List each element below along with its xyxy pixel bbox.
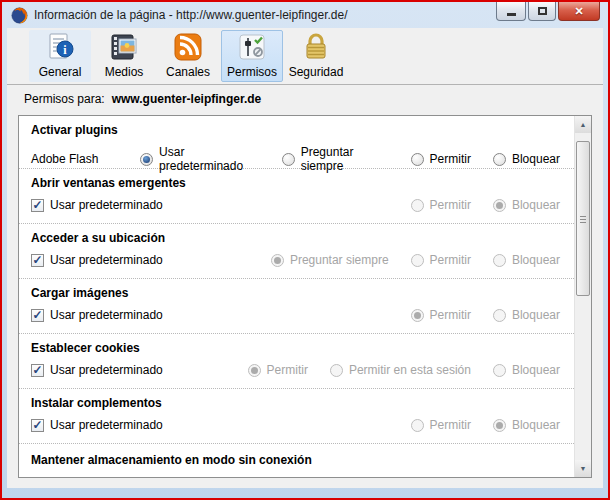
- radio-permitir: [411, 309, 424, 322]
- permission-section-establecer-cookies: Establecer cookies✓Usar predeterminadoPe…: [19, 334, 574, 389]
- permissions-for-label: Permisos para:: [24, 92, 105, 106]
- scrollbar-track[interactable]: [575, 133, 591, 460]
- radio-label: Bloquear: [512, 198, 560, 212]
- radio-label: Permitir: [430, 308, 471, 322]
- minimize-button[interactable]: [496, 2, 526, 21]
- tab-canales[interactable]: Canales: [157, 30, 219, 82]
- option-preguntar-siempre: Preguntar siempre: [271, 253, 389, 267]
- use-default-checkbox[interactable]: ✓: [31, 254, 44, 267]
- radio-label: Usar predeterminado: [159, 145, 260, 173]
- radio-permitir: [248, 364, 261, 377]
- plugin-name-label: Adobe Flash: [31, 152, 140, 166]
- radio-group: Usar predeterminadoPreguntar siemprePerm…: [140, 145, 560, 173]
- radio-usar-predeterminado[interactable]: [140, 153, 153, 166]
- radio-label: Bloquear: [512, 363, 560, 377]
- window-title: Información de la página - http://www.gu…: [34, 8, 348, 22]
- radio-permitir: [411, 419, 424, 432]
- tab-general-label: General: [39, 65, 82, 79]
- radio-preguntar-siempre[interactable]: [282, 153, 295, 166]
- tab-general[interactable]: i General: [29, 30, 91, 82]
- option-permitir: Permitir: [248, 363, 308, 377]
- close-button[interactable]: ✕: [558, 2, 600, 21]
- section-controls-row: ✓Usar predeterminadoPermitirPermitir en …: [31, 363, 560, 377]
- use-default-checkbox-option: ✓Usar predeterminado: [31, 253, 163, 267]
- tab-medios[interactable]: Medios: [93, 30, 155, 82]
- option-permitir: Permitir: [411, 152, 471, 166]
- radio-bloquear: [493, 309, 506, 322]
- section-title: Mantener almacenamiento en modo sin cone…: [31, 453, 560, 467]
- option-bloquear: Bloquear: [493, 363, 560, 377]
- radio-bloquear: [493, 364, 506, 377]
- section-title: Establecer cookies: [31, 341, 560, 355]
- radio-permitir: [411, 199, 424, 212]
- use-default-checkbox-option: ✓Usar predeterminado: [31, 308, 163, 322]
- use-default-checkbox[interactable]: ✓: [31, 309, 44, 322]
- radio-bloquear[interactable]: [493, 153, 506, 166]
- tab-seguridad[interactable]: Seguridad: [285, 30, 347, 82]
- section-controls-row: ✓Usar predeterminadoPermitirBloquear: [31, 308, 560, 322]
- radio-label: Permitir en esta sesión: [349, 363, 471, 377]
- radio-bloquear: [493, 419, 506, 432]
- section-controls-row: ✓Usar predeterminadoPermitirBloquear: [31, 418, 560, 432]
- radio-label: Permitir: [430, 418, 471, 432]
- security-lock-icon: [300, 31, 332, 63]
- maximize-icon: [538, 7, 547, 15]
- permissions-for-bar: Permisos para: www.guenter-leipfinger.de: [7, 85, 603, 112]
- radio-group: PermitirBloquear: [411, 308, 560, 322]
- general-info-icon: i: [44, 31, 76, 63]
- radio-label: Bloquear: [512, 152, 560, 166]
- permission-section-mantener-almacenamiento-en-modo-sin-conexion: Mantener almacenamiento en modo sin cone…: [19, 444, 574, 477]
- option-permitir: Permitir: [411, 198, 471, 212]
- option-bloquear: Bloquear: [493, 418, 560, 432]
- titlebar[interactable]: Información de la página - http://www.gu…: [2, 2, 608, 28]
- radio-permitir[interactable]: [411, 153, 424, 166]
- tab-permisos-label: Permisos: [227, 65, 277, 79]
- radio-label: Preguntar siempre: [301, 145, 389, 173]
- scrollbar-thumb[interactable]: [576, 141, 590, 296]
- option-permitir: Permitir: [411, 308, 471, 322]
- permission-section-instalar-complementos: Instalar complementos✓Usar predeterminad…: [19, 389, 574, 444]
- use-default-checkbox-option: ✓Usar predeterminado: [31, 363, 163, 377]
- radio-permitir-en-esta-sesion: [330, 364, 343, 377]
- option-bloquear: Bloquear: [493, 253, 560, 267]
- section-controls-row: ✓Usar predeterminadoPermitirBloquear: [31, 198, 560, 212]
- scroll-down-button[interactable]: ▼: [575, 460, 591, 477]
- radio-label: Permitir: [430, 253, 471, 267]
- radio-group: Preguntar siemprePermitirBloquear: [271, 253, 560, 267]
- checkbox-label: Usar predeterminado: [50, 308, 163, 322]
- firefox-icon: [11, 7, 28, 24]
- scroll-up-button[interactable]: ▲: [575, 116, 591, 133]
- radio-permitir: [411, 254, 424, 267]
- vertical-scrollbar[interactable]: ▲ ▼: [574, 116, 591, 477]
- option-preguntar-siempre: Preguntar siempre: [282, 145, 389, 173]
- radio-label: Permitir: [430, 152, 471, 166]
- tab-seguridad-label: Seguridad: [289, 65, 344, 79]
- radio-label: Preguntar siempre: [290, 253, 389, 267]
- use-default-checkbox[interactable]: ✓: [31, 199, 44, 212]
- permissions-sections: Activar pluginsAdobe FlashUsar predeterm…: [19, 116, 574, 477]
- section-title: Cargar imágenes: [31, 286, 560, 300]
- use-default-checkbox[interactable]: ✓: [31, 419, 44, 432]
- maximize-button[interactable]: [528, 2, 556, 21]
- radio-bloquear: [493, 254, 506, 267]
- use-default-checkbox-option: ✓Usar predeterminado: [31, 418, 163, 432]
- tab-permisos[interactable]: Permisos: [221, 30, 283, 82]
- section-title: Instalar complementos: [31, 396, 560, 410]
- use-default-checkbox-option: ✓Usar predeterminado: [31, 198, 163, 212]
- permissions-list-box: Activar pluginsAdobe FlashUsar predeterm…: [18, 115, 592, 478]
- option-bloquear: Bloquear: [493, 308, 560, 322]
- media-filmstrip-icon: [108, 31, 140, 63]
- permission-section-abrir-ventanas-emergentes: Abrir ventanas emergentes✓Usar predeterm…: [19, 169, 574, 224]
- checkbox-label: Usar predeterminado: [50, 363, 163, 377]
- use-default-checkbox[interactable]: ✓: [31, 364, 44, 377]
- page-info-toolbar: i General Medios: [7, 28, 603, 85]
- checkbox-label: Usar predeterminado: [50, 198, 163, 212]
- checkbox-label: Usar predeterminado: [50, 253, 163, 267]
- option-usar-predeterminado: Usar predeterminado: [140, 145, 260, 173]
- option-bloquear: Bloquear: [493, 198, 560, 212]
- section-title: Acceder a su ubicación: [31, 231, 560, 245]
- permission-section-activar-plugins: Activar pluginsAdobe FlashUsar predeterm…: [19, 116, 574, 169]
- radio-group: PermitirBloquear: [411, 198, 560, 212]
- tab-medios-label: Medios: [105, 65, 144, 79]
- tab-canales-label: Canales: [166, 65, 210, 79]
